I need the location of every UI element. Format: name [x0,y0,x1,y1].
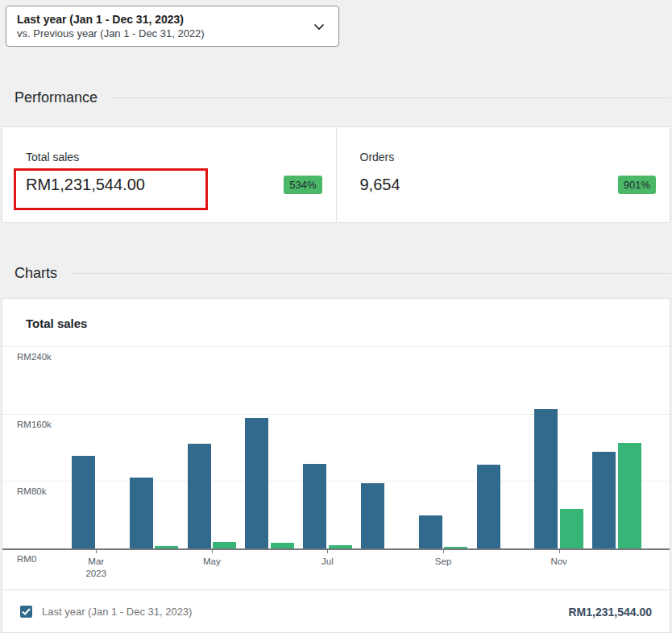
heading-rule [112,97,670,98]
bar-previous-year-nov-2023 [560,509,583,548]
bar-last-year-aug-2023 [361,483,384,548]
charts-heading-title: Charts [15,265,57,282]
bar-previous-year-jun-2023 [271,543,294,548]
bar-last-year-mar-2023 [72,456,95,548]
date-range-selector[interactable]: Last year (Jan 1 - Dec 31, 2023) vs. Pre… [6,6,339,47]
gridline-RM160k [2,414,670,415]
bar-last-year-jul-2023 [303,464,326,548]
bar-previous-year-dec-2023 [618,443,641,548]
total-sales-delta-badge: 534% [284,176,321,194]
x-axis-label-mar: Mar2023 [70,556,122,580]
total-sales-chart-panel: Total sales RM240kRM160kRM80kRM0Mar2023M… [2,298,670,633]
legend-row-last-year[interactable]: Last year (Jan 1 - Dec 31, 2023) RM1,231… [2,590,670,633]
x-axis-label-nov: Nov [533,556,585,568]
performance-heading-title: Performance [15,89,97,106]
orders-delta-badge: 901% [618,176,656,194]
performance-cards: Total sales RM1,231,544.00 534% Orders 9… [2,126,670,223]
bar-previous-year-may-2023 [213,542,236,548]
date-range-primary: Last year (Jan 1 - Dec 31, 2023) [17,12,312,27]
y-axis-label-RM80k: RM80k [17,486,46,496]
bar-last-year-apr-2023 [130,478,153,548]
x-tick-sep [443,550,444,553]
charts-heading: Charts [15,264,670,282]
orders-value: 9,654 [360,176,400,194]
x-axis-label-jul: Jul [301,556,353,568]
orders-card[interactable]: Orders 9,654 901% [337,127,670,222]
date-range-text: Last year (Jan 1 - Dec 31, 2023) vs. Pre… [6,12,312,40]
bar-last-year-may-2023 [188,444,211,548]
gridline-RM240k [2,346,670,347]
total-sales-card[interactable]: Total sales RM1,231,544.00 534% [2,127,337,222]
performance-heading: Performance [15,89,670,106]
x-axis-line [2,548,670,550]
legend-checkbox[interactable] [20,606,32,618]
total-sales-chart: RM240kRM160kRM80kRM0Mar2023MayJulSepNov [2,346,670,550]
orders-label: Orders [360,151,395,163]
date-range-secondary: vs. Previous year (Jan 1 - Dec 31, 2022) [17,27,312,40]
bar-last-year-nov-2023 [534,409,558,548]
chevron-down-icon [312,19,326,34]
y-axis-label-RM240k: RM240k [17,352,52,362]
x-tick-jul [327,550,328,553]
bar-last-year-dec-2023 [592,452,616,548]
bar-last-year-sep-2023 [419,515,442,548]
x-tick-mar [96,550,97,553]
legend-label: Last year (Jan 1 - Dec 31, 2023) [42,606,568,618]
heading-rule [72,273,670,274]
x-tick-nov [559,550,560,553]
total-sales-value: RM1,231,544.00 [26,176,145,194]
checkmark-icon [22,608,31,615]
y-axis-label-RM0: RM0 [17,554,36,564]
x-tick-may [212,550,213,553]
bar-last-year-jun-2023 [245,418,268,548]
legend-total-value: RM1,231,544.00 [568,606,652,619]
x-axis-label-may: May [186,556,238,568]
total-sales-label: Total sales [26,151,79,163]
chart-title: Total sales [26,316,87,330]
bar-last-year-oct-2023 [477,465,500,548]
y-axis-label-RM160k: RM160k [17,420,52,429]
x-axis-label-sep: Sep [417,556,469,568]
gridline-RM80k [2,481,670,482]
